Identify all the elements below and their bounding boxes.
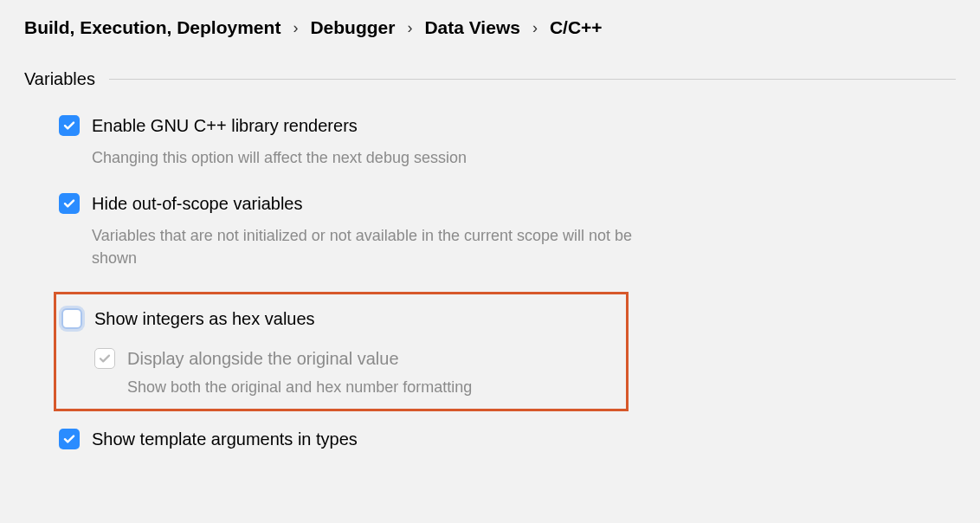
check-icon [62,432,76,446]
option-desc-display-alongside: Show both the original and hex number fo… [127,376,626,398]
highlighted-region: Show integers as hex values Display alon… [54,292,629,411]
option-label-hide-out-of-scope: Hide out-of-scope variables [92,191,302,216]
breadcrumb-item[interactable]: Build, Execution, Deployment [24,17,280,38]
breadcrumb-item[interactable]: C/C++ [550,17,603,38]
option-label-show-template-args: Show template arguments in types [92,427,358,451]
chevron-right-icon: › [407,19,412,37]
check-icon [98,352,112,365]
checkbox-hide-out-of-scope[interactable] [59,193,80,214]
checkbox-display-alongside [94,348,115,369]
option-label-show-hex: Show integers as hex values [94,307,315,331]
section-header: Variables [24,69,956,89]
divider [109,79,956,80]
checkbox-show-hex[interactable] [61,308,82,329]
checkbox-show-template-args[interactable] [59,429,80,449]
check-icon [62,119,76,132]
option-desc-hide-out-of-scope: Variables that are not initialized or no… [92,224,646,269]
breadcrumb-item[interactable]: Data Views [424,17,520,38]
option-label-gnu-renderers: Enable GNU C++ library renderers [92,113,358,138]
checkbox-gnu-renderers[interactable] [59,115,80,136]
chevron-right-icon: › [293,19,298,37]
section-title: Variables [24,69,95,89]
breadcrumb-item[interactable]: Debugger [310,17,395,38]
chevron-right-icon: › [532,19,538,37]
breadcrumb: Build, Execution, Deployment › Debugger … [24,17,956,38]
check-icon [62,197,76,210]
option-label-display-alongside: Display alongside the original value [127,346,399,371]
option-desc-gnu-renderers: Changing this option will affect the nex… [92,146,646,169]
